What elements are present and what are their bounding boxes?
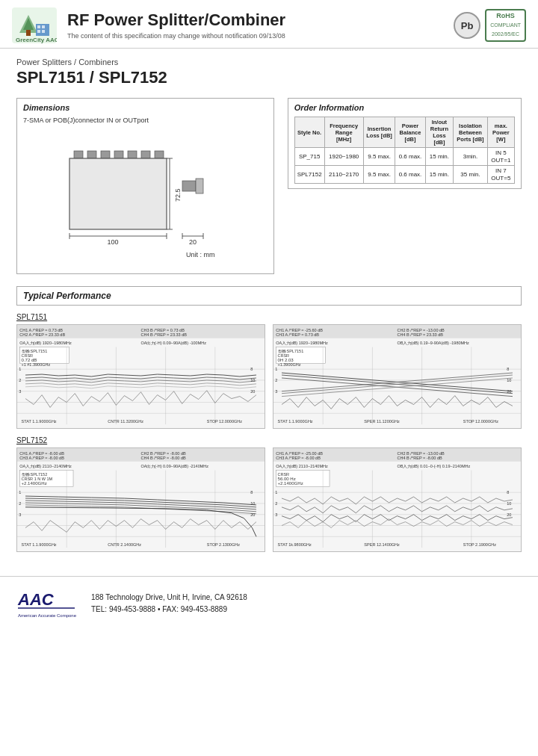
svg-text:CH3 A /^REP = -8.00 dB: CH3 A /^REP = -8.00 dB <box>276 456 321 460</box>
spl7151-graph-1: CH1 A /^REP = 0.73 dB CH2 A /^REP = 23.3… <box>16 324 265 429</box>
svg-text:CNTR 11.3200GHz: CNTR 11.3200GHz <box>108 419 143 424</box>
svg-text:CH3 A /^REP = -8.00 dB: CH3 A /^REP = -8.00 dB <box>19 456 64 460</box>
svg-text:CH4 B /^REP = 23.33 dB: CH4 B /^REP = 23.33 dB <box>141 332 188 337</box>
svg-text:2: 2 <box>275 501 277 506</box>
svg-text:STOP 12.0000GHz: STOP 12.0000GHz <box>463 419 499 424</box>
svg-text:GreenCity AAC: GreenCity AAC <box>16 37 57 43</box>
svg-rect-7 <box>37 30 40 33</box>
svg-text:CH1 A /^REP = 0.73 dB: CH1 A /^REP = 0.73 dB <box>19 328 63 332</box>
svg-text:1: 1 <box>275 490 277 495</box>
col-pwr: max. Power [W] <box>487 117 514 148</box>
pb-badge: Pb <box>454 12 480 39</box>
svg-rect-13 <box>114 151 123 158</box>
svg-text:1: 1 <box>275 367 277 371</box>
col-style: Style No. <box>294 117 324 148</box>
svg-rect-8 <box>42 30 45 33</box>
spl7152-label: SPL7152 <box>16 436 522 444</box>
svg-text:STAT 1.1.9000GHz: STAT 1.1.9000GHz <box>22 542 58 547</box>
col-freq: Frequency Range [MHz] <box>324 117 363 148</box>
svg-text:20: 20 <box>189 238 197 246</box>
svg-text:0.72 dB: 0.72 dB <box>22 359 37 363</box>
svg-text:CH3 B /^REP = 0.73 dB: CH3 B /^REP = 0.73 dB <box>141 328 185 332</box>
svg-text:CH2 B /^REP = -13.00 dB: CH2 B /^REP = -13.00 dB <box>398 451 445 456</box>
svg-text:OB入力(dB) 0.01~0-(-H) 0.19~2140: OB入力(dB) 0.01~0-(-H) 0.19~2140MHz <box>398 464 471 468</box>
svg-text:20: 20 <box>250 512 255 517</box>
rohs-badge: RoHSCOMPLIANT2002/95/EC <box>485 9 526 41</box>
svg-text:CH4 B /^REP = 23.33 dB: CH4 B /^REP = 23.33 dB <box>398 332 444 337</box>
svg-text:10: 10 <box>250 378 255 382</box>
col-pb: Power Balance [dB] <box>395 117 425 148</box>
typical-performance-title: Typical Performance <box>23 291 515 301</box>
svg-text:SPER 12.1400GHz: SPER 12.1400GHz <box>364 542 400 547</box>
svg-text:+1.3900GHz: +1.3900GHz <box>278 362 301 367</box>
svg-text:STOP 2.1900GHz: STOP 2.1900GHz <box>463 542 497 547</box>
svg-text:8: 8 <box>507 490 509 495</box>
svg-text:CH2 A /^REP = 23.33 dB: CH2 A /^REP = 23.33 dB <box>19 332 65 337</box>
svg-text:AAC: AAC <box>17 590 55 609</box>
order-table: Style No. Frequency Range [MHz] Insertio… <box>294 117 515 184</box>
connector-label: 7-SMA or POB(J)connector IN or OUTport <box>23 117 268 124</box>
svg-text:+2.1400GHz: +2.1400GHz <box>22 482 47 486</box>
svg-text:+1 #1.3900GHz: +1 #1.3900GHz <box>22 362 51 367</box>
svg-text:+2.1400GHz: +2.1400GHz <box>278 482 303 486</box>
svg-text:3: 3 <box>275 512 277 517</box>
table-row: SP_715 1920~1980 9.5 max. 0.6 max. 15 mi… <box>294 148 514 166</box>
svg-text:OA入力(dB) 1920~1980MHz: OA入力(dB) 1920~1980MHz <box>276 341 328 345</box>
svg-text:OA出力(-H) 0.09~90A(dB) -2140MHz: OA出力(-H) 0.09~90A(dB) -2140MHz <box>141 464 209 468</box>
svg-text:10: 10 <box>507 378 511 382</box>
svg-text:Unit : mm: Unit : mm <box>186 251 215 258</box>
svg-text:56.00 Hz: 56.00 Hz <box>278 477 296 482</box>
svg-text:20: 20 <box>250 389 255 394</box>
company-logo: GreenCity AAC <box>12 7 57 43</box>
svg-rect-16 <box>155 151 164 158</box>
col-iso: Isolation Between Ports [dB] <box>454 117 488 148</box>
svg-text:10: 10 <box>507 501 511 506</box>
svg-text:型番:SPL7151: 型番:SPL7151 <box>22 350 48 354</box>
svg-text:CH2 B /^REP = -13.00 dB: CH2 B /^REP = -13.00 dB <box>398 328 445 332</box>
svg-text:STAT 1.1.9000GHz: STAT 1.1.9000GHz <box>22 419 58 424</box>
header-subtitle: The content of this specification may ch… <box>67 32 454 40</box>
svg-rect-10 <box>74 151 83 158</box>
typical-performance-section: Typical Performance <box>16 286 522 306</box>
svg-text:CRSR: CRSR <box>22 354 34 359</box>
svg-rect-6 <box>42 25 45 28</box>
svg-rect-3 <box>26 30 31 36</box>
header: GreenCity AAC RF Power Splitter/Combiner… <box>0 0 538 49</box>
svg-text:CH1 A /^REP = -8.00 dB: CH1 A /^REP = -8.00 dB <box>19 451 64 456</box>
footer-contact: 188 Technology Drive, Unit H, Irvine, CA… <box>91 592 247 616</box>
svg-text:1: 1 <box>19 490 21 495</box>
order-info-box: Order Information Style No. Frequency Ra… <box>288 98 522 189</box>
svg-text:CH1 A /^REP = -25.60 dB: CH1 A /^REP = -25.60 dB <box>276 328 323 332</box>
dimensions-title: Dimensions <box>23 103 268 112</box>
svg-text:20: 20 <box>507 389 511 394</box>
svg-text:型番:SPL7152: 型番:SPL7152 <box>22 473 48 477</box>
svg-text:100: 100 <box>108 238 119 246</box>
dimensions-diagram: 72.5 100 20 Unit : mm <box>23 127 268 269</box>
spl7152-graphs: CH1 A /^REP = -8.00 dB CH2 B /^REP = -8.… <box>16 447 522 552</box>
svg-rect-12 <box>101 151 110 158</box>
header-title-block: RF Power Splitter/Combiner The content o… <box>67 11 454 39</box>
svg-rect-17 <box>69 158 167 229</box>
spl7152-graph-1: CH1 A /^REP = -8.00 dB CH2 B /^REP = -8.… <box>16 447 265 552</box>
svg-text:OA出力(-H) 0.09~90A(dB) -100MHz: OA出力(-H) 0.09~90A(dB) -100MHz <box>141 341 207 345</box>
spl7151-graph-2: CH1 A /^REP = -25.60 dB CH2 B /^REP = -1… <box>273 324 522 429</box>
spl7151-label: SPL7151 <box>16 313 522 321</box>
spl7152-graph-2: CH1 A /^REP = -25.00 dB CH2 B /^REP = -1… <box>273 447 522 552</box>
svg-text:3: 3 <box>19 389 21 394</box>
order-info-section: Order Information Style No. Frequency Ra… <box>288 98 522 274</box>
svg-text:STAT 1.1.9000GHz: STAT 1.1.9000GHz <box>278 419 314 424</box>
svg-rect-5 <box>37 25 40 28</box>
svg-text:8: 8 <box>507 367 509 371</box>
svg-text:CH4 B /^REP = -8.00 dB: CH4 B /^REP = -8.00 dB <box>398 456 443 460</box>
order-info-title: Order Information <box>294 103 515 112</box>
svg-rect-14 <box>128 151 137 158</box>
spl7151-graphs: CH1 A /^REP = 0.73 dB CH2 A /^REP = 23.3… <box>16 324 522 429</box>
svg-text:2: 2 <box>19 501 21 506</box>
svg-text:3: 3 <box>275 389 277 394</box>
svg-text:72.5: 72.5 <box>174 188 182 202</box>
col-ret: In/out Return Loss [dB] <box>425 117 454 148</box>
svg-text:CRSR: CRSR <box>278 354 290 359</box>
svg-rect-11 <box>87 151 96 158</box>
svg-text:OA入力(dB) 2110~2140MHz: OA入力(dB) 2110~2140MHz <box>276 464 328 468</box>
svg-text:8: 8 <box>250 367 253 371</box>
